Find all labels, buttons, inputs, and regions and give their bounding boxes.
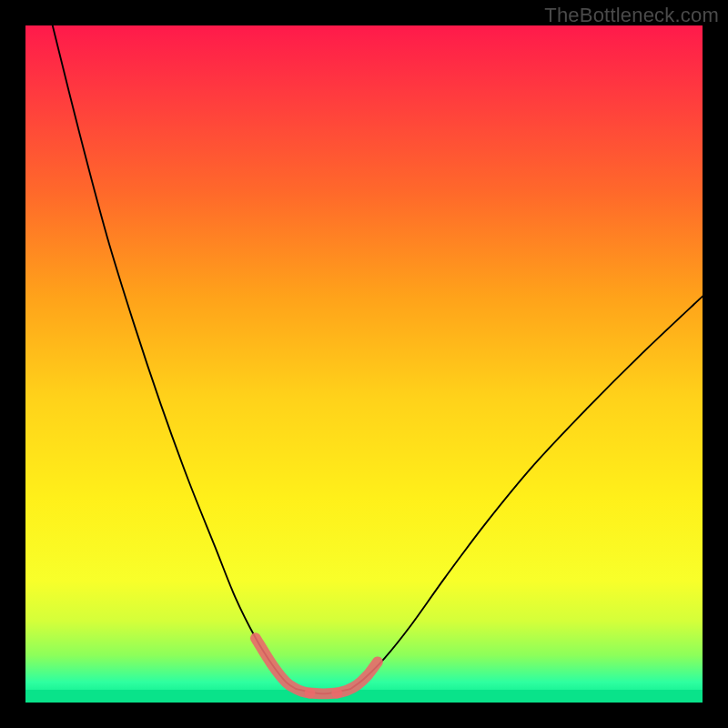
watermark-text: TheBottleneck.com <box>544 4 719 27</box>
curves-svg <box>25 25 703 703</box>
series-highlight-right-overlay <box>337 662 378 693</box>
series-highlight-left-overlay <box>256 638 310 693</box>
series-curve-left <box>53 25 297 689</box>
plot-area <box>25 25 703 703</box>
chart-frame: TheBottleneck.com <box>0 0 728 728</box>
series-curve-right <box>350 297 703 690</box>
